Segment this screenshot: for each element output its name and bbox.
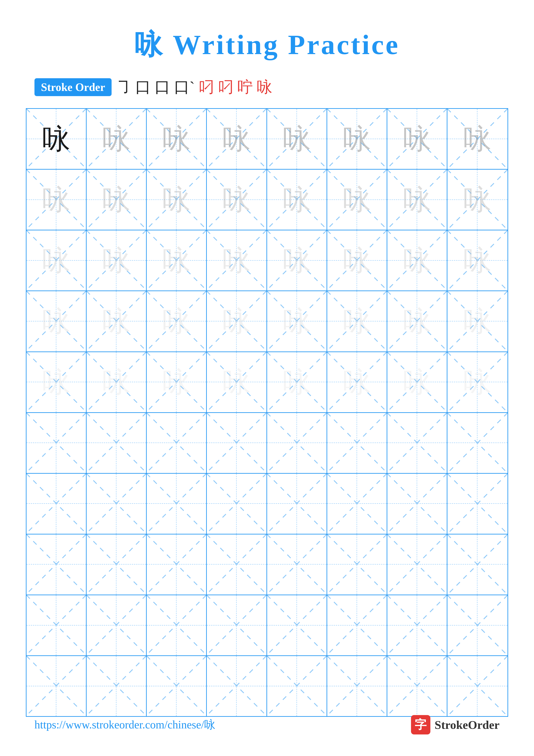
- grid-cell-1-8[interactable]: 咏: [447, 109, 507, 169]
- grid-cell-5-4[interactable]: 咏: [207, 352, 267, 412]
- grid-cell-2-2[interactable]: 咏: [87, 170, 147, 230]
- grid-cell-8-6[interactable]: [327, 534, 387, 595]
- grid-cell-9-5[interactable]: [267, 595, 327, 655]
- grid-cell-4-1[interactable]: 咏: [27, 291, 87, 351]
- svg-line-86: [207, 413, 266, 472]
- grid-cell-6-2[interactable]: [87, 413, 147, 473]
- grid-cell-1-3[interactable]: 咏: [147, 109, 207, 169]
- grid-cell-7-3[interactable]: [147, 474, 207, 534]
- grid-cell-6-6[interactable]: [327, 413, 387, 473]
- grid-cell-2-4[interactable]: 咏: [207, 170, 267, 230]
- grid-cell-5-8[interactable]: 咏: [447, 352, 507, 412]
- grid-cell-9-6[interactable]: [327, 595, 387, 655]
- svg-line-98: [87, 474, 146, 533]
- svg-line-94: [447, 413, 507, 473]
- grid-cell-5-7[interactable]: 咏: [387, 352, 447, 412]
- grid-cell-6-8[interactable]: [447, 413, 507, 473]
- practice-char: 咏: [283, 186, 311, 214]
- grid-cell-5-3[interactable]: 咏: [147, 352, 207, 412]
- grid-cell-7-6[interactable]: [327, 474, 387, 534]
- grid-cell-1-1[interactable]: 咏: [27, 109, 87, 169]
- grid-cell-2-6[interactable]: 咏: [327, 170, 387, 230]
- grid-cell-9-4[interactable]: [207, 595, 267, 655]
- grid-cell-3-4[interactable]: 咏: [207, 230, 267, 290]
- grid-cell-6-1[interactable]: [27, 413, 87, 473]
- grid-cell-10-6[interactable]: [327, 656, 387, 716]
- grid-cell-5-1[interactable]: 咏: [27, 352, 87, 412]
- grid-cell-1-5[interactable]: 咏: [267, 109, 327, 169]
- grid-cell-9-1[interactable]: [27, 595, 87, 655]
- grid-cell-4-2[interactable]: 咏: [87, 291, 147, 351]
- grid-cell-3-8[interactable]: 咏: [447, 230, 507, 290]
- grid-cell-10-2[interactable]: [87, 656, 147, 716]
- footer-logo: 字 StrokeOrder: [411, 715, 499, 735]
- svg-line-127: [447, 534, 507, 595]
- practice-char: 咏: [403, 186, 431, 214]
- practice-char: 咏: [463, 125, 491, 153]
- grid-cell-9-3[interactable]: [147, 595, 207, 655]
- grid-cell-10-1[interactable]: [27, 656, 87, 716]
- grid-cell-5-6[interactable]: 咏: [327, 352, 387, 412]
- grid-cell-6-3[interactable]: [147, 413, 207, 473]
- footer-url[interactable]: https://www.strokeorder.com/chinese/咏: [35, 717, 216, 732]
- grid-cell-7-8[interactable]: [447, 474, 507, 534]
- grid-cell-3-7[interactable]: 咏: [387, 230, 447, 290]
- practice-grid[interactable]: 咏 咏 咏 咏 咏 咏 咏: [26, 108, 508, 717]
- grid-cell-4-6[interactable]: 咏: [327, 291, 387, 351]
- grid-cell-3-3[interactable]: 咏: [147, 230, 207, 290]
- grid-cell-8-8[interactable]: [447, 534, 507, 595]
- grid-cell-3-1[interactable]: 咏: [27, 230, 87, 290]
- practice-char: 咏: [102, 125, 130, 153]
- grid-cell-4-7[interactable]: 咏: [387, 291, 447, 351]
- grid-cell-9-8[interactable]: [447, 595, 507, 655]
- svg-line-91: [327, 413, 387, 472]
- grid-cell-1-4[interactable]: 咏: [207, 109, 267, 169]
- grid-cell-7-4[interactable]: [207, 474, 267, 534]
- grid-cell-8-4[interactable]: [207, 534, 267, 595]
- grid-cell-9-2[interactable]: [87, 595, 147, 655]
- grid-cell-10-8[interactable]: [447, 656, 507, 716]
- grid-cell-5-2[interactable]: 咏: [87, 352, 147, 412]
- grid-cell-1-2[interactable]: 咏: [87, 109, 147, 169]
- grid-cell-2-8[interactable]: 咏: [447, 170, 507, 230]
- grid-cell-8-7[interactable]: [387, 534, 447, 595]
- grid-cell-10-7[interactable]: [387, 656, 447, 716]
- grid-cell-1-7[interactable]: 咏: [387, 109, 447, 169]
- stroke-order-chars: ㇆ 口 口 口` 叼 叼 咛 咏: [116, 77, 272, 97]
- grid-cell-4-5[interactable]: 咏: [267, 291, 327, 351]
- grid-cell-10-4[interactable]: [207, 656, 267, 716]
- grid-cell-7-2[interactable]: [87, 474, 147, 534]
- svg-line-153: [267, 656, 327, 716]
- svg-line-115: [87, 534, 146, 594]
- svg-line-118: [207, 534, 266, 594]
- grid-cell-3-2[interactable]: 咏: [87, 230, 147, 290]
- grid-cell-2-1[interactable]: 咏: [27, 170, 87, 230]
- grid-cell-1-6[interactable]: 咏: [327, 109, 387, 169]
- grid-cell-6-4[interactable]: [207, 413, 267, 473]
- grid-cell-10-5[interactable]: [267, 656, 327, 716]
- grid-cell-4-8[interactable]: 咏: [447, 291, 507, 351]
- grid-cell-2-3[interactable]: 咏: [147, 170, 207, 230]
- grid-cell-7-7[interactable]: [387, 474, 447, 534]
- grid-cell-8-3[interactable]: [147, 534, 207, 595]
- grid-cell-2-7[interactable]: 咏: [387, 170, 447, 230]
- grid-cell-5-5[interactable]: 咏: [267, 352, 327, 412]
- grid-cell-4-3[interactable]: 咏: [147, 291, 207, 351]
- grid-cell-8-1[interactable]: [27, 534, 87, 595]
- grid-cell-3-5[interactable]: 咏: [267, 230, 327, 290]
- grid-cell-9-7[interactable]: [387, 595, 447, 655]
- grid-cell-6-5[interactable]: [267, 413, 327, 473]
- grid-cell-8-5[interactable]: [267, 534, 327, 595]
- grid-cell-3-6[interactable]: 咏: [327, 230, 387, 290]
- stroke-order-badge: Stroke Order: [35, 78, 112, 96]
- grid-cell-2-5[interactable]: 咏: [267, 170, 327, 230]
- grid-cell-6-7[interactable]: [387, 413, 447, 473]
- svg-line-107: [327, 474, 387, 533]
- grid-cell-10-3[interactable]: [147, 656, 207, 716]
- grid-cell-8-2[interactable]: [87, 534, 147, 595]
- grid-cell-4-4[interactable]: 咏: [207, 291, 267, 351]
- grid-cell-7-5[interactable]: [267, 474, 327, 534]
- grid-cell-7-1[interactable]: [27, 474, 87, 534]
- grid-row-2: 咏 咏 咏 咏 咏 咏 咏: [27, 170, 507, 230]
- practice-char: 咏: [283, 368, 311, 396]
